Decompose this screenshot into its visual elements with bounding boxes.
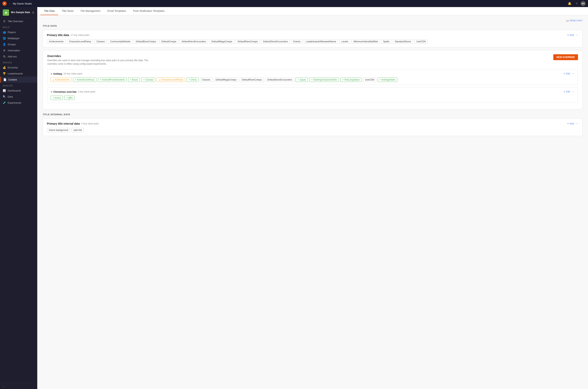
primary-internal-card: Primary title internal data 2 key value …	[43, 118, 583, 136]
tag: DefaultBossCreeps	[134, 39, 158, 44]
override-christmas-actions: ✏ Edit ···	[563, 90, 575, 93]
page-content: 📖 What's this? TITLE DATA Primary title …	[37, 15, 588, 389]
tag: Game background	[47, 128, 70, 132]
edit-icon: ✏	[567, 122, 569, 125]
sidebar-item-addons[interactable]: 🔌 Add-ons	[0, 54, 37, 60]
sidebar-item-leaderboards[interactable]: 🏆 Leaderboards	[0, 70, 37, 77]
sidebar-item-dashboards[interactable]: 📊 Dashboards	[0, 88, 37, 94]
content-area: Title Data Title News File Management Em…	[37, 7, 588, 389]
tag: CommunityWebsite	[108, 39, 132, 44]
primary-title-tags: Achievements CharacterLevelRamp Classes …	[47, 39, 578, 44]
sidebar-item-economy[interactable]: 💰 Economy	[0, 65, 37, 70]
leaderboards-icon: 🏆	[3, 72, 6, 75]
tag: DefaultStoreEncounters	[261, 39, 290, 44]
automation-icon: ⚙	[3, 49, 6, 52]
primary-title-more-button[interactable]: ···	[576, 33, 578, 37]
edit-icon: ✏	[563, 72, 565, 75]
sidebar-item-label: Players	[8, 31, 16, 34]
tag: Achievements	[51, 78, 71, 82]
topbar: P | My Game Studio 🔔 ? SH	[0, 0, 588, 7]
override-item-christmas: ◆ Christmas override 2 key value pairs ✏…	[47, 87, 578, 103]
sidebar-item-players[interactable]: 👥 Players	[0, 29, 37, 35]
tag: UseCDN	[415, 39, 428, 44]
analyze-section-label: ANALYZE	[0, 83, 37, 88]
override-christmas-tags: bonus gifts	[51, 96, 575, 100]
tag: DefaultHeroEncounters	[180, 39, 208, 44]
players-icon: 👥	[3, 31, 6, 34]
sidebar-profile: ◆ Mrs Sample Data ⚙	[0, 7, 37, 18]
tag: StandardStores	[393, 39, 413, 44]
sidebar-item-label: Add-ons	[8, 55, 17, 58]
topbar-divider: |	[9, 2, 10, 5]
sidebar-item-label: Groups	[8, 43, 16, 46]
tag: DefaultCreeps	[159, 39, 178, 44]
tab-push-notifications[interactable]: Push Notification Templates	[130, 7, 168, 15]
sidebar-item-label: Data	[8, 96, 13, 98]
new-override-button[interactable]: NEW OVERRIDE	[553, 54, 578, 60]
tag: Events	[291, 39, 303, 44]
notification-icon[interactable]: 🔔	[567, 2, 573, 5]
override-pairs-christmas: 2 key value pairs	[78, 90, 96, 93]
sidebar-item-label: Economy	[8, 66, 18, 69]
override-item-holiday: ◆ holiday 16 key value pairs ✏ Edit ···	[47, 69, 578, 85]
dashboards-icon: 📊	[3, 89, 6, 92]
tag: StartingCharacterSlots	[310, 78, 339, 82]
profile-name: Mrs Sample Data	[11, 11, 30, 14]
tab-email-templates[interactable]: Email Templates	[104, 7, 130, 15]
tag: Levels	[339, 39, 350, 44]
override-holiday-edit-button[interactable]: ✏ Edit	[563, 72, 570, 75]
sidebar-item-content[interactable]: 📄 Content	[0, 77, 37, 83]
primary-internal-edit-button[interactable]: ✏ Edit	[567, 122, 574, 125]
primary-title-actions: ✏ Edit ···	[567, 33, 578, 37]
tag: LeaderboardoftheweekName	[304, 39, 338, 44]
primary-internal-more-button[interactable]: ···	[576, 122, 578, 125]
sidebar-item-title-overview[interactable]: ☰ Title Overview	[0, 18, 37, 24]
main-layout: ◆ Mrs Sample Data ⚙ ☰ Title Overview BUI…	[0, 7, 588, 389]
sidebar-item-multiplayer[interactable]: 🌐 Multiplayer	[0, 35, 37, 41]
primary-title-edit-button[interactable]: ✏ Edit	[567, 34, 574, 36]
app-logo: P	[2, 1, 7, 6]
tag: DefaultMegaCreeps	[209, 39, 234, 44]
tag: DefaultRareCreeps	[236, 39, 260, 44]
sidebar-item-data[interactable]: 🔍 Data	[0, 94, 37, 100]
profile-icon: ◆	[3, 9, 9, 16]
tab-title-data[interactable]: Title Data	[40, 7, 58, 15]
sidebar: ◆ Mrs Sample Data ⚙ ☰ Title Overview BUI…	[0, 7, 37, 389]
override-diamond-icon: ◆	[51, 72, 52, 75]
collapse-button[interactable]: «	[0, 384, 37, 389]
tag: CharacterLevelRamp	[157, 78, 185, 82]
tab-title-news[interactable]: Title News	[58, 7, 77, 15]
tag: Japan	[295, 78, 308, 82]
override-christmas-more-button[interactable]: ···	[572, 90, 575, 93]
multiplayer-icon: 🌐	[3, 37, 6, 40]
overrides-header: Overrides Overrides are used to store an…	[47, 54, 578, 66]
economy-icon: 💰	[3, 66, 6, 69]
primary-title-pairs: 17 key value pairs	[70, 34, 90, 36]
tag: DefaultRareCreeps	[240, 78, 264, 82]
primary-internal-pairs: 2 key value pairs	[81, 122, 99, 125]
whats-this-link[interactable]: 📖 What's this?	[43, 19, 583, 22]
user-avatar[interactable]: SH	[581, 1, 586, 6]
content-icon: 📄	[3, 78, 6, 81]
override-holiday-more-button[interactable]: ···	[572, 72, 575, 75]
experiments-icon: 🧪	[3, 101, 6, 104]
tag: Classes	[95, 39, 107, 44]
sidebar-item-automation[interactable]: ⚙ Automation	[0, 47, 37, 54]
override-christmas-edit-button[interactable]: ✏ Edit	[563, 90, 570, 93]
edit-icon: ✏	[567, 34, 569, 36]
sidebar-item-label: Leaderboards	[8, 72, 23, 75]
title-data-section-label: TITLE DATA	[43, 25, 583, 27]
build-section-label: BUILD	[0, 24, 37, 29]
sidebar-item-groups[interactable]: 👤 Groups	[0, 41, 37, 47]
groups-icon: 👤	[3, 43, 6, 46]
tag: MinimumInterstitialWait	[351, 39, 380, 44]
help-icon[interactable]: ?	[575, 2, 579, 5]
tab-file-management[interactable]: File Management	[77, 7, 104, 15]
sidebar-item-experiments[interactable]: 🧪 Experiments	[0, 100, 37, 106]
settings-icon[interactable]: ⚙	[32, 11, 35, 14]
tag: Classes	[200, 78, 212, 82]
book-icon: 📖	[566, 19, 569, 22]
tag: China	[186, 78, 199, 82]
tag: ActiveEventKeys	[73, 78, 97, 82]
studio-name: My Game Studio	[13, 2, 32, 5]
